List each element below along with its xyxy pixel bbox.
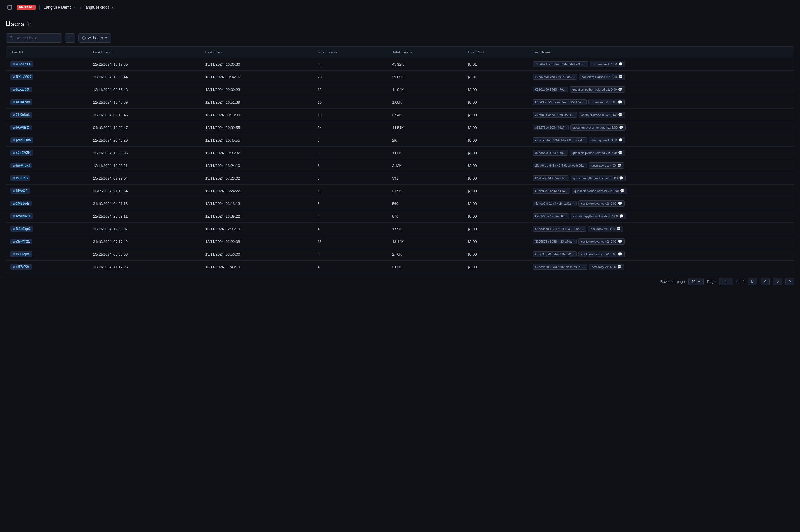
table-row[interactable]: u-NSbEqc2 13/11/2024, 12:35:07 13/11/202… [6,223,794,235]
score-label-badge[interactable]: contextrelevance-v2: 0.00 💬 [578,251,625,257]
score-id-badge[interactable]: a6baca9f-063e-42f0... [533,150,568,156]
score-id-badge[interactable]: 09801c99-5760-479... [533,87,568,92]
table-row[interactable]: u-ltlYzOF 13/09/2024, 21:19:54 12/11/202… [6,185,794,197]
score-id-badge[interactable]: 20cc7760-7be3-4074-8ac9... [533,74,577,80]
rows-per-page-select[interactable]: 50 [688,278,703,285]
prev-page-button[interactable] [761,278,769,285]
score-id-badge[interactable]: 4e4cb9af-1dd8-4cf6-ad0a-... [533,201,577,206]
project-selector[interactable]: Langfuse Demo [44,5,77,10]
cell-last-score: 7b04b215-7fed-4551-b86d-9bd083... accura… [528,58,794,71]
info-icon[interactable]: ⓘ [27,21,31,26]
cell-total-events: 5 [313,197,387,210]
cell-total-cost: $0.00 [463,261,528,273]
score-label-badge[interactable]: contextrelevance-v2: 0.00 💬 [578,239,625,245]
score-id-badge[interactable]: 3005875c-5288-4f80-a46a... [533,239,577,244]
cell-last-event: 13/11/2024, 03:56:00 [201,248,313,261]
score-id-badge[interactable]: a56276cc-1034-462f... [533,125,569,130]
table-row[interactable]: u-Kwcdb1a 12/11/2024, 23:39:11 12/11/202… [6,210,794,223]
table-row[interactable]: u-lkoag0O 13/11/2024, 08:56:43 13/11/202… [6,83,794,96]
filter-button[interactable] [65,34,75,42]
score-id-badge[interactable]: 0620a929-f3e7-4acb... [533,175,569,181]
score-id-badge[interactable]: 36ef9c8f-3abd-4579-9e34-... [533,112,577,118]
next-page-button[interactable] [773,278,782,285]
table-row[interactable]: u-75Ke6oL 13/11/2024, 00:10:46 13/11/202… [6,109,794,121]
cell-user-id[interactable]: u-rYXngA5 [6,248,89,261]
score-label-badge[interactable]: question-python-related-v1: 1.00 💬 [571,213,626,219]
score-label-badge[interactable]: contextrelevance-v2: 0.50 💬 [579,112,625,118]
cell-user-id[interactable]: u-sH7zP2r [6,261,89,273]
table-row[interactable]: u-XITkEvw 12/11/2024, 16:48:39 12/11/202… [6,96,794,109]
cell-last-score: 604cda88-50d0-4389-bb4e-e94e2... accurac… [528,261,794,273]
score-id-badge[interactable]: 51abd5a1-5d13-418a... [533,188,570,194]
score-label-badge[interactable]: question-python-related-v1: 0.00 💬 [570,87,625,93]
cell-total-cost: $0.00 [463,96,528,109]
score-id-badge[interactable]: 604cda88-50d0-4389-bb4e-e94e2... [533,264,587,270]
page-number-input[interactable] [719,278,733,285]
score-label-badge[interactable]: thank-you-v1: 0.00 💬 [589,137,625,143]
table-row[interactable]: u-lc0l3bS 13/11/2024, 07:22:04 13/11/202… [6,172,794,185]
table-row[interactable]: u-AAcYaTX 12/11/2024, 15:17:35 13/11/202… [6,58,794,71]
comment-icon: 💬 [618,100,622,104]
cell-last-score: 3005875c-5288-4f80-a46a... contextreleva… [528,235,794,248]
score-label-badge[interactable]: question-python-related-v1: 1.00 💬 [570,125,626,131]
score-id-badge[interactable]: dace59eb-3913-4abb-b06e-dfc7f4... [533,137,587,143]
score-id-badge[interactable]: 05dd94c8-b524-427f-80a4-92aa4... [533,226,586,232]
cell-user-id[interactable]: u-AAcYaTX [6,58,89,71]
table-row[interactable]: u-2M26v4r 31/10/2024, 04:01:16 13/11/202… [6,197,794,210]
cell-last-event: 12/11/2024, 16:24:22 [201,185,313,197]
score-label-badge[interactable]: question-python-related-v1: 0.00 💬 [571,175,626,181]
search-box[interactable] [6,34,62,42]
score-label-badge[interactable]: contextrelevance-v2: 0.00 💬 [578,201,625,207]
score-label-badge[interactable]: question-python-related-v1: 0.00 💬 [572,188,627,194]
last-page-button[interactable] [785,278,794,285]
table-row[interactable]: u-sH7zP2r 13/11/2024, 11:47:26 13/11/202… [6,261,794,273]
cell-user-id[interactable]: u-r3wYT21 [6,235,89,248]
score-label-badge[interactable]: thank-you-v1: 0.00 💬 [588,99,625,105]
cell-total-cost: $0.00 [463,223,528,235]
score-label-badge[interactable]: contextrelevance-v2: 1.00 💬 [579,74,625,80]
comment-icon: 💬 [617,164,622,168]
cell-last-event: 12/11/2024, 20:45:55 [201,134,313,147]
cell-user-id[interactable]: u-2M26v4r [6,197,89,210]
cell-user-id[interactable]: u-ltlYzOF [6,185,89,197]
search-input[interactable] [16,36,55,40]
cell-user-id[interactable]: u-75Ke6oL [6,109,89,121]
cell-user-id[interactable]: u-pVbEOlW [6,134,89,147]
first-page-button[interactable] [748,278,757,285]
table-row[interactable]: u-pVbEOlW 12/11/2024, 20:45:26 12/11/202… [6,134,794,147]
branch-selector[interactable]: langfuse-docs [85,5,114,10]
time-filter-button[interactable]: 24 hours [78,34,112,42]
cell-user-id[interactable]: u-Kwcdb1a [6,210,89,223]
score-id-badge[interactable]: 6d663f69-0cbd-4e28-a561... [533,251,577,257]
branch-name: langfuse-docs [85,5,109,10]
score-label-badge[interactable]: accuracy-v1: 5.00 💬 [589,264,624,270]
cell-user-id[interactable]: u-lc0l3bS [6,172,89,185]
table-row[interactable]: u-lVeAfBQ 04/10/2024, 19:39:47 12/11/202… [6,121,794,134]
cell-total-events: 10 [313,96,387,109]
score-id-badge[interactable]: 85d495e6-956e-4a3a-8d72-bfb57... [533,99,587,105]
cell-last-score: 2fea96ee-441a-49f5-9eba-ec9c26... accura… [528,159,794,172]
score-id-badge[interactable]: 7b04b215-7fed-4551-b86d-9bd083... [533,61,588,67]
table-row[interactable]: u-a3aEAZH 12/11/2024, 19:35:35 12/11/202… [6,147,794,159]
score-label-badge[interactable]: question-python-related-v1: 0.00 💬 [570,150,625,156]
cell-user-id[interactable]: u-NSbEqc2 [6,223,89,235]
score-id-badge[interactable]: 84f2b302-7536-4510... [533,213,569,219]
table-row[interactable]: u-hwFngxf 12/11/2024, 18:22:21 12/11/202… [6,159,794,172]
col-first-event: First Event [89,47,201,58]
score-label-badge[interactable]: accuracy-v1: 4.00 💬 [588,226,623,232]
cell-user-id[interactable]: u-XITkEvw [6,96,89,109]
cell-user-id[interactable]: u-a3aEAZH [6,147,89,159]
cell-user-id[interactable]: u-hwFngxf [6,159,89,172]
table-row[interactable]: u-rYXngA5 13/11/2024, 03:55:53 13/11/202… [6,248,794,261]
score-label-badge[interactable]: accuracy-v1: 1.00 💬 [590,61,625,67]
page-header: Users ⓘ [0,15,800,31]
cell-user-id[interactable]: u-lVeAfBQ [6,121,89,134]
clock-icon [82,36,86,40]
table-row[interactable]: u-RXeVVC0 12/11/2024, 16:39:44 13/11/202… [6,71,794,83]
score-id-badge[interactable]: 2fea96ee-441a-49f5-9eba-ec9c26... [533,163,587,168]
score-label-badge[interactable]: accuracy-v1: 4.00 💬 [589,163,624,169]
cell-user-id[interactable]: u-lkoag0O [6,83,89,96]
cell-user-id[interactable]: u-RXeVVC0 [6,71,89,83]
sidebar-toggle-button[interactable] [6,3,14,11]
table-row[interactable]: u-r3wYT21 31/10/2024, 07:17:42 13/11/202… [6,235,794,248]
